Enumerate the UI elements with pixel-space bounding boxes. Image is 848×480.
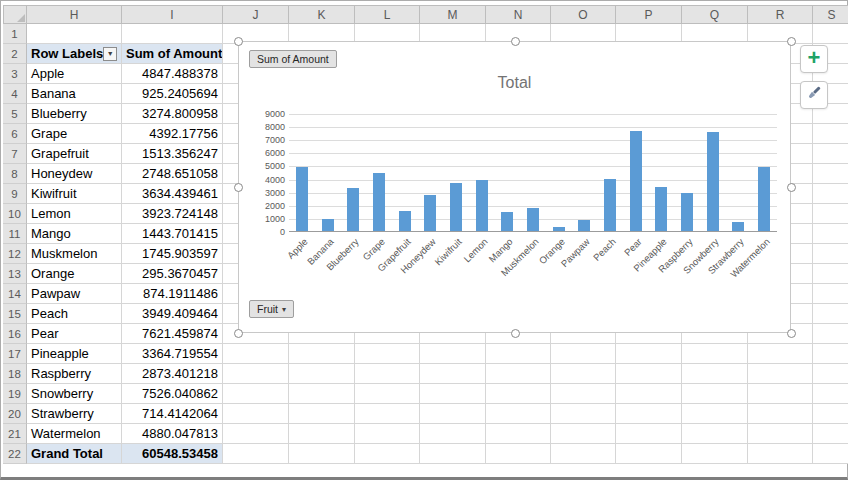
cell-N20[interactable] [486, 404, 551, 424]
cell-I16[interactable]: 7621.459874 [122, 324, 223, 344]
cell-H16[interactable]: Pear [27, 324, 122, 344]
row-header-6[interactable]: 6 [3, 124, 27, 144]
chart-resize-handle[interactable] [234, 183, 243, 192]
bar-pawpaw[interactable] [578, 220, 590, 231]
cell-S13[interactable] [813, 264, 848, 284]
cell-S20[interactable] [813, 404, 848, 424]
chart-resize-handle[interactable] [234, 329, 243, 338]
cell-J17[interactable] [223, 344, 289, 364]
cell-S21[interactable] [813, 424, 848, 444]
row-header-17[interactable]: 17 [3, 344, 27, 364]
column-header-P[interactable]: P [616, 5, 682, 24]
row-header-20[interactable]: 20 [3, 404, 27, 424]
cell-I4[interactable]: 925.2405694 [122, 84, 223, 104]
cell-S19[interactable] [813, 384, 848, 404]
cell-R18[interactable] [748, 364, 813, 384]
cell-H2[interactable]: Row Labels▼ [27, 44, 122, 64]
cell-J21[interactable] [223, 424, 289, 444]
cell-S12[interactable] [813, 244, 848, 264]
row-header-4[interactable]: 4 [3, 84, 27, 104]
cell-H15[interactable]: Peach [27, 304, 122, 324]
cell-L20[interactable] [355, 404, 420, 424]
row-header-2[interactable]: 2 [3, 44, 27, 64]
cell-S14[interactable] [813, 284, 848, 304]
cell-R21[interactable] [748, 424, 813, 444]
cell-N22[interactable] [486, 444, 551, 464]
cell-P18[interactable] [616, 364, 682, 384]
cell-O21[interactable] [551, 424, 616, 444]
row-header-3[interactable]: 3 [3, 64, 27, 84]
cell-N18[interactable] [486, 364, 551, 384]
row-header-22[interactable]: 22 [3, 444, 27, 464]
cell-I19[interactable]: 7526.040862 [122, 384, 223, 404]
cell-H21[interactable]: Watermelon [27, 424, 122, 444]
cell-O22[interactable] [551, 444, 616, 464]
bar-apple[interactable] [296, 167, 308, 231]
cell-I9[interactable]: 3634.439461 [122, 184, 223, 204]
column-header-M[interactable]: M [420, 5, 486, 24]
axis-field-button[interactable]: Fruit ▾ [249, 300, 294, 318]
cell-K20[interactable] [289, 404, 355, 424]
cell-I14[interactable]: 874.1911486 [122, 284, 223, 304]
chart-resize-handle[interactable] [787, 329, 796, 338]
cell-H9[interactable]: Kiwifruit [27, 184, 122, 204]
column-header-I[interactable]: I [122, 5, 223, 24]
cell-Q19[interactable] [682, 384, 748, 404]
cell-R20[interactable] [748, 404, 813, 424]
cell-S8[interactable] [813, 164, 848, 184]
cell-P19[interactable] [616, 384, 682, 404]
cell-H1[interactable] [27, 24, 122, 44]
row-header-15[interactable]: 15 [3, 304, 27, 324]
row-header-21[interactable]: 21 [3, 424, 27, 444]
bar-pineapple[interactable] [655, 187, 667, 231]
cell-I20[interactable]: 714.4142064 [122, 404, 223, 424]
cell-Q17[interactable] [682, 344, 748, 364]
chart-resize-handle[interactable] [787, 183, 796, 192]
column-header-R[interactable]: R [748, 5, 813, 24]
cell-H7[interactable]: Grapefruit [27, 144, 122, 164]
cell-I21[interactable]: 4880.047813 [122, 424, 223, 444]
cell-S1[interactable] [813, 24, 848, 44]
row-header-8[interactable]: 8 [3, 164, 27, 184]
cell-P17[interactable] [616, 344, 682, 364]
select-all-corner[interactable] [3, 5, 27, 24]
cell-H11[interactable]: Mango [27, 224, 122, 244]
cell-P20[interactable] [616, 404, 682, 424]
cell-H14[interactable]: Pawpaw [27, 284, 122, 304]
cell-H12[interactable]: Muskmelon [27, 244, 122, 264]
cell-H10[interactable]: Lemon [27, 204, 122, 224]
cell-Q18[interactable] [682, 364, 748, 384]
cell-Q20[interactable] [682, 404, 748, 424]
cell-H6[interactable]: Grape [27, 124, 122, 144]
row-header-7[interactable]: 7 [3, 144, 27, 164]
cell-H4[interactable]: Banana [27, 84, 122, 104]
bar-lemon[interactable] [476, 180, 488, 231]
row-header-13[interactable]: 13 [3, 264, 27, 284]
cell-I7[interactable]: 1513.356247 [122, 144, 223, 164]
cell-P21[interactable] [616, 424, 682, 444]
cell-J19[interactable] [223, 384, 289, 404]
cell-I10[interactable]: 3923.724148 [122, 204, 223, 224]
chart-resize-handle[interactable] [511, 37, 520, 46]
cell-M17[interactable] [420, 344, 486, 364]
cell-I8[interactable]: 2748.651058 [122, 164, 223, 184]
row-header-12[interactable]: 12 [3, 244, 27, 264]
cell-S17[interactable] [813, 344, 848, 364]
cell-S6[interactable] [813, 124, 848, 144]
bar-raspberry[interactable] [681, 193, 693, 231]
chart-elements-button[interactable]: + [800, 45, 828, 73]
bar-blueberry[interactable] [347, 188, 359, 231]
cell-R17[interactable] [748, 344, 813, 364]
row-header-9[interactable]: 9 [3, 184, 27, 204]
cell-O17[interactable] [551, 344, 616, 364]
column-header-Q[interactable]: Q [682, 5, 748, 24]
bar-snowberry[interactable] [707, 132, 719, 231]
row-header-1[interactable]: 1 [3, 24, 27, 44]
column-header-O[interactable]: O [551, 5, 616, 24]
bar-honeydew[interactable] [424, 195, 436, 231]
cell-P22[interactable] [616, 444, 682, 464]
chart-resize-handle[interactable] [787, 37, 796, 46]
bar-banana[interactable] [322, 219, 334, 231]
bar-muskmelon[interactable] [527, 208, 539, 231]
cell-I1[interactable] [122, 24, 223, 44]
